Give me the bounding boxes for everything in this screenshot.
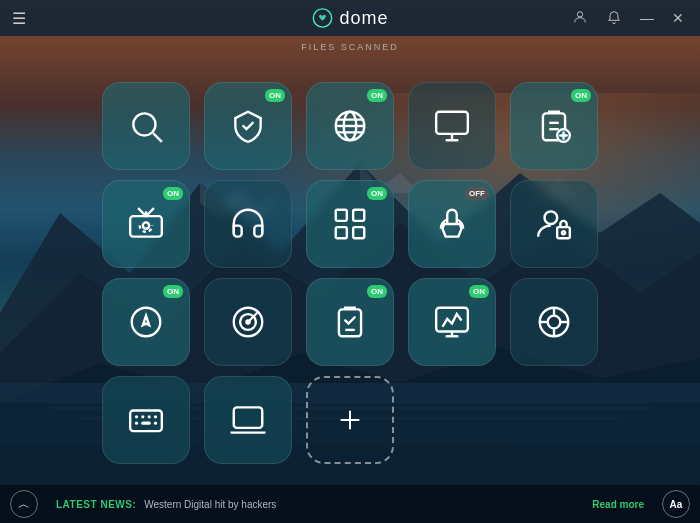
- svg-rect-62: [234, 407, 263, 428]
- activity-badge: ON: [469, 285, 489, 298]
- logo-area: dome: [311, 7, 388, 29]
- app-window: ☰ dome — ✕ FILES SCAN: [0, 0, 700, 523]
- svg-marker-38: [143, 315, 149, 325]
- lifebuoy-tile[interactable]: [510, 278, 598, 366]
- broadcast-tile[interactable]: ON: [102, 180, 190, 268]
- add-tile[interactable]: [306, 376, 394, 464]
- svg-line-15: [153, 133, 162, 142]
- clipboard-badge: ON: [571, 89, 591, 102]
- globe-badge: ON: [367, 89, 387, 102]
- titlebar: ☰ dome — ✕: [0, 0, 700, 36]
- activity-tile[interactable]: ON: [408, 278, 496, 366]
- firewall-tile[interactable]: ON: [306, 180, 394, 268]
- user-button[interactable]: [564, 5, 596, 31]
- menu-button[interactable]: ☰: [8, 5, 30, 32]
- check-clipboard-badge: ON: [367, 285, 387, 298]
- icon-grid: ON ON ON ON: [0, 56, 700, 485]
- svg-rect-19: [436, 111, 468, 133]
- radar-tile[interactable]: [204, 278, 292, 366]
- back-button[interactable]: ︿: [10, 490, 38, 518]
- svg-rect-35: [557, 227, 570, 238]
- globe-tile[interactable]: ON: [306, 82, 394, 170]
- news-label: LATEST NEWS:: [56, 499, 136, 510]
- svg-rect-33: [353, 227, 364, 238]
- news-text: Western Digital hit by hackers: [144, 499, 584, 510]
- svg-point-13: [577, 12, 582, 17]
- icon-row-2: ON ON OFF: [102, 180, 598, 268]
- icon-row-1: ON ON ON: [102, 82, 598, 170]
- svg-point-14: [133, 113, 155, 135]
- font-button[interactable]: Aa: [662, 490, 690, 518]
- svg-rect-45: [436, 307, 468, 331]
- svg-point-29: [143, 222, 149, 228]
- svg-rect-31: [353, 209, 364, 220]
- svg-rect-54: [130, 410, 162, 431]
- search-tile[interactable]: [102, 82, 190, 170]
- touch-tile[interactable]: OFF: [408, 180, 496, 268]
- icon-row-bottom: [102, 376, 598, 464]
- svg-rect-28: [130, 216, 162, 237]
- svg-point-49: [548, 315, 561, 328]
- touch-badge: OFF: [465, 187, 489, 200]
- svg-point-34: [545, 211, 558, 224]
- panda-logo-icon: [311, 7, 333, 29]
- close-button[interactable]: ✕: [664, 7, 692, 29]
- news-strip: ︿ LATEST NEWS: Western Digital hit by ha…: [0, 485, 700, 523]
- notifications-button[interactable]: [598, 5, 630, 31]
- broadcast-badge: ON: [163, 187, 183, 200]
- firewall-badge: ON: [367, 187, 387, 200]
- monitor-tile[interactable]: [408, 82, 496, 170]
- svg-rect-32: [336, 227, 347, 238]
- minimize-button[interactable]: —: [632, 7, 662, 29]
- shield-tile[interactable]: ON: [204, 82, 292, 170]
- laptop-tile[interactable]: [204, 376, 292, 464]
- icon-row-3: ON ON ON: [102, 278, 598, 366]
- titlebar-left: ☰: [8, 5, 30, 32]
- read-more-link[interactable]: Read more: [592, 499, 644, 510]
- svg-rect-30: [336, 209, 347, 220]
- keyboard-tile[interactable]: [102, 376, 190, 464]
- files-scanned-label: FILES SCANNED: [0, 36, 700, 56]
- user-lock-tile[interactable]: [510, 180, 598, 268]
- headphones-tile[interactable]: [204, 180, 292, 268]
- check-clipboard-tile[interactable]: ON: [306, 278, 394, 366]
- compass-badge: ON: [163, 285, 183, 298]
- svg-point-36: [562, 231, 565, 234]
- shield-badge: ON: [265, 89, 285, 102]
- titlebar-right: — ✕: [564, 5, 692, 31]
- compass-tile[interactable]: ON: [102, 278, 190, 366]
- app-title: dome: [339, 8, 388, 29]
- clipboard-tile[interactable]: ON: [510, 82, 598, 170]
